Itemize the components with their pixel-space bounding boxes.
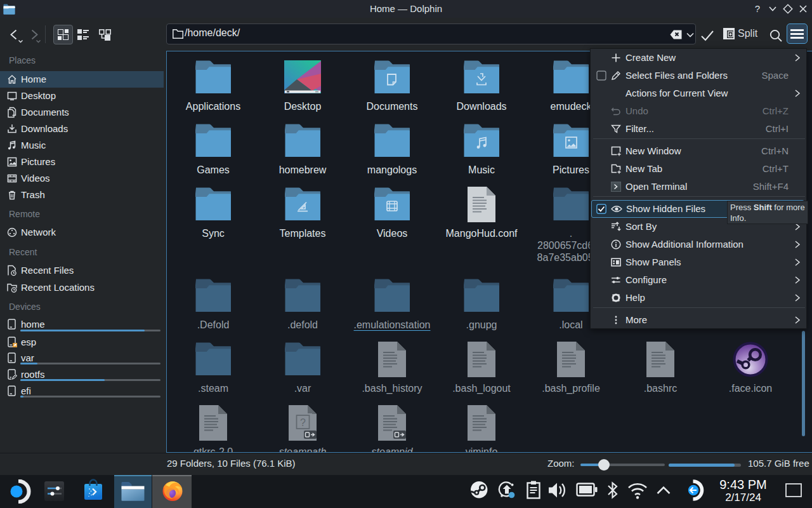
svg-text:?: ?: [300, 417, 306, 428]
svg-text:?: ?: [755, 3, 760, 14]
